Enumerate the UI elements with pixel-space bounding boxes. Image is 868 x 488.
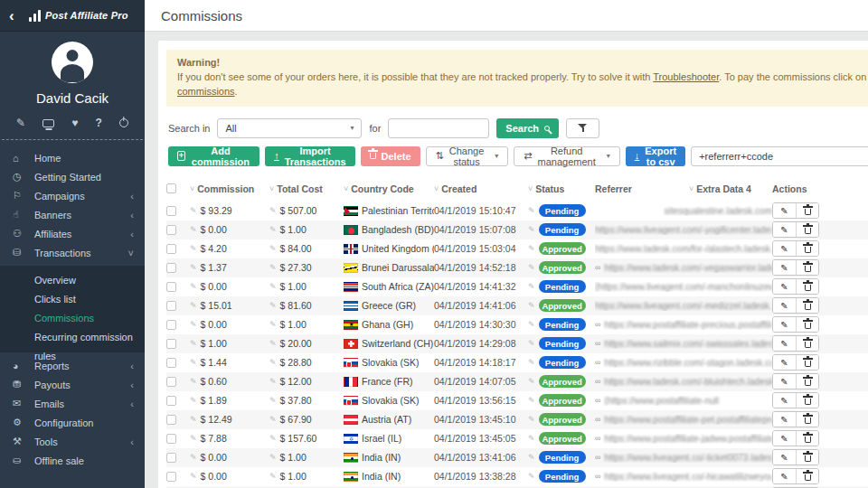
edit-pencil-icon[interactable]: ✎: [269, 282, 277, 291]
sidebar-item-getting-started[interactable]: ◷Getting Started: [0, 167, 145, 186]
delete-row-button[interactable]: [796, 374, 818, 389]
row-checkbox[interactable]: [166, 396, 176, 406]
edit-pencil-icon[interactable]: ✎: [190, 244, 197, 253]
referrer-url[interactable]: https://www.liveagent.co/-ticket0073.lad…: [604, 453, 772, 463]
referrer-url[interactable]: (https://www.liveagent.com/-manchonlinuz…: [595, 282, 772, 292]
edit-pencil-icon[interactable]: ✎: [269, 472, 277, 481]
add-commission-button[interactable]: + Add commission: [168, 146, 259, 166]
edit-row-button[interactable]: ✎: [773, 317, 796, 332]
edit-pencil-icon[interactable]: ✎: [269, 244, 277, 253]
change-status-dropdown[interactable]: ⇅ Change status ▾: [426, 146, 509, 166]
monitor-icon[interactable]: [42, 119, 54, 127]
edit-pencil-icon[interactable]: ✎: [528, 263, 535, 272]
delete-row-button[interactable]: [796, 355, 818, 370]
delete-row-button[interactable]: [796, 222, 818, 237]
edit-pencil-icon[interactable]: ✎: [528, 396, 535, 405]
column-header-referrer[interactable]: Referrer: [595, 183, 689, 194]
edit-pencil-icon[interactable]: ✎: [190, 339, 197, 348]
edit-row-button[interactable]: ✎: [773, 279, 796, 294]
edit-pencil-icon[interactable]: ✎: [528, 434, 535, 443]
referrer-url[interactable]: https://www.postaffiliate-precious.posta…: [604, 320, 772, 330]
edit-pencil-icon[interactable]: ✎: [190, 472, 197, 481]
refund-management-dropdown[interactable]: ⇄ Refund management ▾: [514, 146, 619, 166]
row-checkbox[interactable]: [166, 415, 176, 425]
power-icon[interactable]: [119, 118, 128, 127]
sidebar-item-payouts[interactable]: ⛃Payouts‹: [0, 375, 145, 394]
delete-row-button[interactable]: [796, 431, 818, 446]
row-checkbox[interactable]: [166, 358, 176, 368]
submenu-item-overview[interactable]: Overview: [0, 271, 145, 290]
referrer-url[interactable]: https://www.liveagent.co/-hicawatilizwey…: [604, 472, 772, 482]
edit-pencil-icon[interactable]: ✎: [528, 472, 535, 481]
referrer-url[interactable]: https://www.liveagent.com/-yogificenter.…: [595, 225, 772, 235]
column-header-total-cost[interactable]: ˅Total Cost: [269, 183, 344, 194]
row-checkbox[interactable]: [166, 263, 176, 273]
sidebar-item-reports[interactable]: ◕Reports‹: [0, 356, 145, 375]
delete-row-button[interactable]: [796, 393, 818, 408]
referrer-url[interactable]: https://www.ladesk.com/-bluishtech.lades…: [604, 377, 772, 387]
sidebar-item-home[interactable]: ⌂Home: [0, 148, 145, 167]
delete-row-button[interactable]: [796, 241, 818, 256]
row-checkbox[interactable]: [166, 320, 176, 330]
edit-pencil-icon[interactable]: ✎: [528, 339, 535, 348]
edit-pencil-icon[interactable]: ✎: [528, 282, 535, 291]
edit-row-button[interactable]: ✎: [773, 222, 796, 237]
sidebar-item-affiliates[interactable]: ⚇Affiliates‹: [0, 224, 145, 243]
import-transactions-button[interactable]: ↑ Import Transactions: [265, 146, 354, 166]
delete-row-button[interactable]: [796, 317, 818, 332]
edit-pencil-icon[interactable]: ✎: [190, 263, 197, 272]
edit-pencil-icon[interactable]: ✎: [528, 301, 535, 310]
edit-row-button[interactable]: ✎: [773, 298, 796, 313]
column-header-extra-data-4[interactable]: ˅Extra Data 4: [689, 183, 772, 194]
search-field-select[interactable]: All ▾: [217, 118, 362, 138]
edit-pencil-icon[interactable]: ✎: [528, 453, 535, 462]
row-checkbox[interactable]: [166, 434, 176, 444]
referrer-url[interactable]: https://www.liveagent.com/-medizzel.lade…: [595, 301, 772, 311]
submenu-item-recurring-commission-rules[interactable]: Recurring commission rules: [0, 328, 145, 347]
edit-pencil-icon[interactable]: ✎: [528, 377, 535, 386]
referrer-url[interactable]: https://www.postaffiliate-jadww.postaffi…: [604, 434, 772, 444]
edit-pencil-icon[interactable]: ✎: [190, 377, 197, 386]
edit-pencil-icon[interactable]: ✎: [190, 282, 197, 291]
edit-pencil-icon[interactable]: ✎: [528, 225, 535, 234]
edit-row-button[interactable]: ✎: [773, 241, 796, 256]
row-checkbox[interactable]: [166, 244, 176, 254]
edit-pencil-icon[interactable]: ✎: [190, 396, 197, 405]
column-header-actions[interactable]: Actions: [772, 183, 844, 194]
sidebar-item-banners[interactable]: ☝Banners‹: [0, 205, 145, 224]
search-input[interactable]: [388, 118, 489, 138]
edit-pencil-icon[interactable]: ✎: [269, 301, 277, 310]
sidebar-item-transactions[interactable]: ⛁Transactions˅: [0, 243, 145, 262]
edit-pencil-icon[interactable]: ✎: [269, 263, 277, 272]
column-header-country-code[interactable]: ˅Country Code: [344, 183, 434, 194]
heart-icon[interactable]: ♥: [71, 117, 78, 128]
edit-row-button[interactable]: ✎: [773, 374, 796, 389]
row-checkbox[interactable]: [166, 206, 176, 216]
edit-pencil-icon[interactable]: ✎: [190, 301, 197, 310]
row-checkbox[interactable]: [166, 301, 176, 311]
column-header-status[interactable]: ˅Status: [528, 183, 595, 194]
edit-row-button[interactable]: ✎: [773, 469, 796, 483]
edit-pencil-icon[interactable]: ✎: [528, 244, 535, 253]
delete-row-button[interactable]: [796, 336, 818, 351]
troubleshooter-link[interactable]: Troubleshooter: [653, 71, 719, 82]
edit-pencil-icon[interactable]: ✎: [269, 320, 277, 329]
row-checkbox[interactable]: [166, 453, 176, 463]
sidebar-item-configuration[interactable]: ⚙Configuration: [0, 413, 145, 432]
edit-row-button[interactable]: ✎: [773, 393, 796, 408]
submenu-item-clicks-list[interactable]: Clicks list: [0, 290, 145, 309]
edit-pencil-icon[interactable]: ✎: [269, 358, 277, 367]
edit-pencil-icon[interactable]: ✎: [190, 434, 197, 443]
delete-button[interactable]: Delete: [361, 146, 420, 166]
delete-row-button[interactable]: [796, 412, 818, 427]
search-button[interactable]: Search: [496, 118, 559, 138]
delete-row-button[interactable]: [796, 203, 818, 218]
edit-pencil-icon[interactable]: ✎: [269, 415, 277, 424]
row-checkbox[interactable]: [166, 377, 176, 387]
delete-row-button[interactable]: [796, 469, 818, 483]
referrer-url[interactable]: https://www.ladesk.com/for-/alastech.lad…: [595, 244, 772, 254]
column-header-commission[interactable]: ˅Commission: [190, 183, 269, 194]
edit-row-button[interactable]: ✎: [773, 336, 796, 351]
sidebar-item-campaigns[interactable]: ⚐Campaigns‹: [0, 186, 145, 205]
edit-pencil-icon[interactable]: ✎: [269, 396, 277, 405]
